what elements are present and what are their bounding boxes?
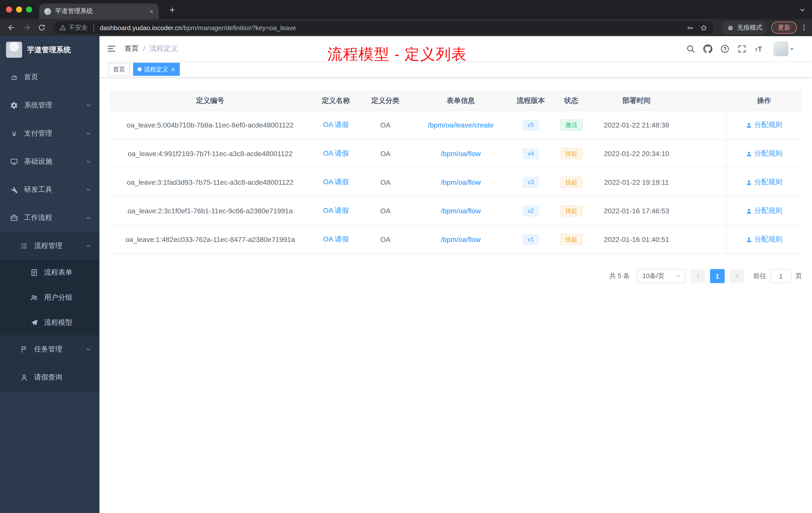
reload-button[interactable] bbox=[34, 21, 49, 35]
page-size-select[interactable]: 10条/页 bbox=[637, 269, 686, 283]
definition-category: OA bbox=[361, 140, 410, 168]
forward-button[interactable] bbox=[19, 21, 34, 35]
chevron-up-icon bbox=[85, 215, 91, 221]
assign-rule-link[interactable]: 分配规则 bbox=[754, 120, 782, 129]
svg-text:T: T bbox=[755, 47, 757, 52]
sidebar-item-leave-query[interactable]: 请假查询 bbox=[0, 363, 99, 392]
next-page-button[interactable] bbox=[730, 269, 744, 283]
col-header: 流程版本 bbox=[512, 91, 550, 111]
page-number-current[interactable]: 1 bbox=[710, 269, 725, 283]
tag-process-definition[interactable]: 流程定义 × bbox=[133, 63, 179, 76]
definition-name: OA 请假 bbox=[311, 111, 361, 139]
form-info: /bpm/oa/flow bbox=[410, 168, 512, 196]
chrome-update-button[interactable]: 更新 bbox=[771, 22, 797, 34]
sidebar-item-label: 流程表单 bbox=[44, 268, 91, 277]
document-icon bbox=[30, 269, 38, 277]
goto-page-input[interactable] bbox=[770, 269, 791, 283]
fullscreen-icon[interactable] bbox=[737, 44, 747, 54]
col-header: 定义名称 bbox=[311, 91, 361, 111]
sidebar-item-label: 系统管理 bbox=[24, 101, 79, 110]
definition-table: 定义编号 定义名称 定义分类 表单信息 流程版本 状态 部署时间 操作 oa_l… bbox=[110, 91, 802, 254]
sidebar-item-process-models[interactable]: 流程模型 bbox=[0, 310, 99, 335]
table-row: oa_leave:5:004b710b-7b8a-11ec-8ef0-acde4… bbox=[110, 111, 802, 140]
assign-rule-link[interactable]: 分配规则 bbox=[754, 178, 782, 187]
browser-window: 芋道管理系统 × + 不安全 | bbox=[0, 0, 812, 513]
new-tab-button[interactable]: + bbox=[167, 4, 178, 16]
sidebar-item-payment[interactable]: ¥ 支付管理 bbox=[0, 119, 99, 148]
sidebar-item-user-groups[interactable]: 用户分组 bbox=[0, 285, 99, 310]
sidebar-item-home[interactable]: 首页 bbox=[0, 63, 99, 91]
user-avatar[interactable] bbox=[773, 41, 788, 56]
sidebar-item-task-management[interactable]: 任务管理 bbox=[0, 335, 99, 363]
browser-toolbar: 不安全 | dashboard.yudao.iocoder.cn/bpm/man… bbox=[0, 19, 812, 36]
hamburger-icon[interactable] bbox=[107, 44, 116, 54]
maximize-window-button[interactable] bbox=[26, 6, 32, 12]
chevron-down-icon bbox=[85, 346, 91, 352]
definition-id: oa_leave:2:3c1f0ef1-76b1-11ec-9c66-a2380… bbox=[110, 197, 311, 225]
password-key-icon[interactable] bbox=[687, 24, 694, 31]
gear-icon bbox=[10, 101, 18, 110]
incognito-icon bbox=[727, 24, 734, 31]
filler-cell bbox=[680, 197, 726, 225]
user-icon bbox=[746, 122, 752, 128]
definition-id: oa_leave:3:1fad3d93-7b75-11ec-a3c8-acde4… bbox=[110, 168, 311, 196]
browser-tab[interactable]: 芋道管理系统 × bbox=[39, 3, 159, 19]
bookmark-star-icon[interactable] bbox=[700, 24, 707, 31]
list-tree-icon bbox=[20, 242, 28, 250]
sidebar-item-process-forms[interactable]: 流程表单 bbox=[0, 260, 99, 285]
page-size-value: 10条/页 bbox=[642, 272, 664, 280]
sidebar-item-infrastructure[interactable]: 基础设施 bbox=[0, 148, 99, 176]
back-button[interactable] bbox=[4, 21, 19, 35]
breadcrumb-home[interactable]: 首页 bbox=[124, 44, 139, 53]
definition-id: oa_leave:4:991f2193-7b7f-11ec-a3c8-acde4… bbox=[110, 140, 311, 168]
help-icon[interactable] bbox=[720, 44, 730, 54]
sidebar-item-devtools[interactable]: 研发工具 bbox=[0, 176, 99, 204]
minimize-window-button[interactable] bbox=[16, 6, 22, 12]
tab-search-icon[interactable] bbox=[799, 6, 806, 13]
status: 挂起 bbox=[550, 197, 592, 225]
app-logo-row[interactable]: 芋道管理系统 bbox=[0, 36, 99, 63]
sidebar-item-workflow[interactable]: 工作流程 bbox=[0, 204, 99, 232]
tab-close-icon[interactable]: × bbox=[149, 7, 154, 15]
breadcrumb: 首页 / 流程定义 bbox=[124, 44, 178, 53]
pagination-total: 共 5 条 bbox=[609, 272, 630, 280]
tag-close-icon[interactable]: × bbox=[171, 65, 175, 73]
github-icon[interactable] bbox=[703, 44, 713, 54]
definition-name: OA 请假 bbox=[311, 168, 361, 196]
assign-rule-link[interactable]: 分配规则 bbox=[754, 235, 782, 244]
security-label: 不安全 bbox=[69, 23, 88, 32]
form-info: /bpm/oa/flow bbox=[410, 197, 512, 225]
app-page: 芋道管理系统 首页 系统管理 ¥ 支付管理 bbox=[0, 36, 812, 513]
sidebar-item-process-management[interactable]: 流程管理 bbox=[0, 232, 99, 260]
assign-rule-link[interactable]: 分配规则 bbox=[754, 206, 782, 215]
security-status[interactable]: 不安全 bbox=[59, 23, 88, 32]
search-icon[interactable] bbox=[686, 44, 696, 54]
definition-category: OA bbox=[361, 168, 410, 196]
chevron-left-icon bbox=[695, 273, 701, 279]
tag-home[interactable]: 首页 bbox=[109, 63, 129, 76]
main-area: 首页 / 流程定义 bbox=[99, 36, 812, 513]
user-menu[interactable] bbox=[773, 41, 794, 56]
definition-name: OA 请假 bbox=[311, 225, 361, 253]
sidebar-item-system[interactable]: 系统管理 bbox=[0, 91, 99, 119]
tag-label: 流程定义 bbox=[144, 65, 168, 73]
browser-menu-icon[interactable] bbox=[800, 24, 808, 32]
url-path: /bpm/manager/definition?key=oa_leave bbox=[182, 24, 296, 31]
font-size-icon[interactable]: T T bbox=[754, 44, 764, 54]
row-actions: 分配规则 bbox=[726, 111, 802, 139]
address-bar[interactable]: 不安全 | dashboard.yudao.iocoder.cn/bpm/man… bbox=[53, 21, 714, 34]
definition-name: OA 请假 bbox=[311, 197, 361, 225]
tab-favicon-icon bbox=[44, 8, 51, 15]
chevron-down-icon bbox=[85, 187, 91, 193]
chevron-down-icon bbox=[85, 159, 91, 164]
assign-rule-link[interactable]: 分配规则 bbox=[754, 149, 782, 158]
deploy-time: 2022-01-16 01:40:51 bbox=[592, 225, 680, 253]
row-actions: 分配规则 bbox=[726, 168, 802, 196]
definition-category: OA bbox=[361, 111, 410, 139]
annotation-overlay: 流程模型 - 定义列表 bbox=[327, 44, 467, 65]
close-window-button[interactable] bbox=[6, 6, 12, 12]
tab-title: 芋道管理系统 bbox=[55, 7, 145, 16]
incognito-badge: 无痕模式 bbox=[722, 21, 767, 34]
traffic-lights bbox=[6, 6, 32, 12]
prev-page-button[interactable] bbox=[691, 269, 705, 283]
